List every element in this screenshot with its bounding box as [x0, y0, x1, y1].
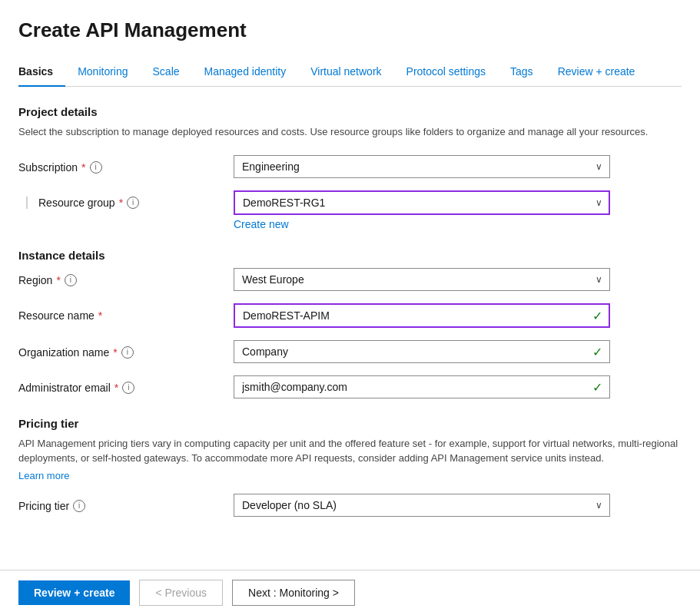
organization-name-input-wrapper: ✓: [234, 340, 610, 363]
resource-name-row: Resource name * ✓: [18, 303, 682, 328]
tab-managed-identity[interactable]: Managed identity: [192, 58, 299, 87]
admin-email-valid-icon: ✓: [592, 379, 602, 394]
pricing-tier-row: Pricing tier i Developer (no SLA)BasicSt…: [18, 494, 682, 517]
resource-group-dropdown-wrapper: DemoREST-RG1: [234, 190, 610, 215]
pricing-tier-section: Pricing tier API Management pricing tier…: [18, 417, 682, 517]
pricing-tier-dropdown-wrapper: Developer (no SLA)BasicStandardPremium: [234, 494, 610, 517]
resource-name-required: *: [98, 309, 102, 322]
resource-name-input[interactable]: [234, 303, 610, 328]
admin-email-info-icon[interactable]: i: [122, 382, 134, 394]
resource-group-dropdown[interactable]: DemoREST-RG1: [234, 190, 610, 215]
admin-email-required: *: [114, 382, 118, 394]
subscription-dropdown-wrapper: Engineering: [234, 155, 610, 178]
organization-name-required: *: [113, 346, 117, 359]
region-label: Region * i: [18, 274, 234, 286]
region-required: *: [56, 274, 60, 286]
resource-group-label: Resource group * i: [38, 197, 234, 209]
project-details-section: Project details Select the subscription …: [18, 105, 682, 230]
subscription-row: Subscription * i Engineering: [18, 155, 682, 178]
region-info-icon[interactable]: i: [65, 274, 77, 286]
admin-email-input[interactable]: [234, 375, 610, 398]
organization-name-info-icon[interactable]: i: [121, 346, 134, 359]
instance-details-header: Instance details: [18, 249, 682, 262]
admin-email-label: Administrator email * i: [18, 382, 234, 394]
resource-group-row: Resource group * i DemoREST-RG1 Create n…: [18, 190, 682, 230]
subscription-required: *: [81, 161, 85, 174]
project-details-description: Select the subscription to manage deploy…: [18, 124, 682, 140]
subscription-info-icon[interactable]: i: [90, 161, 102, 174]
tab-review-create[interactable]: Review + create: [546, 58, 648, 87]
tab-basics[interactable]: Basics: [18, 58, 65, 87]
previous-button[interactable]: < Previous: [139, 580, 223, 606]
organization-name-input[interactable]: [234, 340, 610, 363]
learn-more-link[interactable]: Learn more: [18, 470, 69, 481]
pricing-tier-header: Pricing tier: [18, 417, 682, 430]
pricing-tier-label: Pricing tier i: [18, 500, 234, 512]
organization-name-row: Organization name * i ✓: [18, 340, 682, 363]
instance-details-section: Instance details Region * i West Europe: [18, 249, 682, 398]
page-title: Create API Management: [18, 18, 682, 42]
tab-virtual-network[interactable]: Virtual network: [298, 58, 393, 87]
resource-name-label: Resource name *: [18, 309, 234, 322]
resource-name-input-wrapper: ✓: [234, 303, 610, 328]
resource-group-required: *: [119, 197, 123, 209]
tab-tags[interactable]: Tags: [498, 58, 546, 87]
next-button[interactable]: Next : Monitoring >: [232, 580, 355, 606]
admin-email-input-wrapper: ✓: [234, 375, 610, 398]
pricing-tier-dropdown[interactable]: Developer (no SLA)BasicStandardPremium: [234, 494, 610, 517]
footer: Review + create < Previous Next : Monito…: [0, 570, 700, 615]
pricing-tier-info-icon[interactable]: i: [73, 500, 85, 512]
admin-email-row: Administrator email * i ✓: [18, 375, 682, 398]
organization-name-label: Organization name * i: [18, 346, 234, 359]
tab-navigation: Basics Monitoring Scale Managed identity…: [18, 58, 682, 87]
tab-scale[interactable]: Scale: [141, 58, 192, 87]
create-new-resource-group-link[interactable]: Create new: [234, 218, 682, 230]
resource-group-info-icon[interactable]: i: [127, 197, 139, 209]
project-details-header: Project details: [18, 105, 682, 118]
tab-protocol-settings[interactable]: Protocol settings: [394, 58, 499, 87]
region-dropdown-wrapper: West Europe: [234, 268, 610, 291]
subscription-label: Subscription * i: [18, 161, 234, 174]
region-row: Region * i West Europe: [18, 268, 682, 291]
pricing-tier-description: API Management pricing tiers vary in com…: [18, 436, 682, 466]
subscription-dropdown[interactable]: Engineering: [234, 155, 610, 178]
resource-name-valid-icon: ✓: [592, 308, 602, 322]
tab-monitoring[interactable]: Monitoring: [65, 58, 140, 87]
organization-name-valid-icon: ✓: [592, 344, 602, 359]
region-dropdown[interactable]: West Europe: [234, 268, 610, 291]
review-create-button[interactable]: Review + create: [18, 580, 130, 605]
